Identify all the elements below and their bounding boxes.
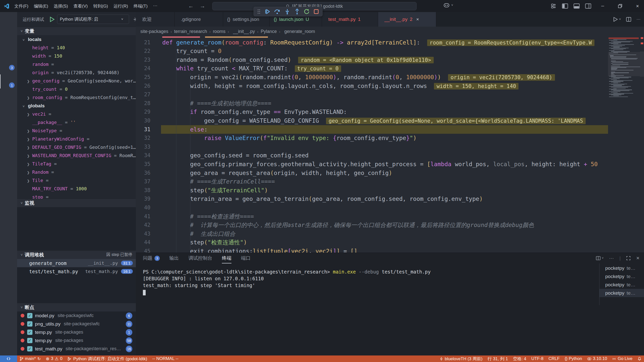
activity-explorer[interactable]	[0, 23, 17, 37]
tab-.gdignore[interactable]: .gdignore	[175, 12, 223, 27]
close-window-button[interactable]: ×	[636, 3, 639, 9]
commit-info[interactable]: blueloveTH (3 周前)	[437, 356, 485, 362]
variable-row[interactable]: ❯TileTag =	[17, 160, 136, 168]
variable-row[interactable]: ❯Random =	[17, 168, 136, 176]
debug-start-icon[interactable]	[49, 16, 55, 22]
eol-sequence[interactable]: CRLF	[546, 356, 562, 361]
cursor-position[interactable]: 行 31, 列 1	[485, 356, 510, 362]
menu-查看(V)[interactable]: 查看(V)	[71, 3, 91, 9]
debug-status[interactable]: Python 调试程序: 启动文件 (godot-ldtk)	[65, 356, 150, 362]
vim-mode[interactable]: -- NORMAL --	[150, 356, 181, 361]
breadcrumb-item[interactable]: __init__.py	[233, 29, 255, 34]
run-python-button[interactable]: ˅	[613, 17, 621, 22]
maximize-panel-icon[interactable]	[626, 256, 631, 260]
restore-button[interactable]	[618, 4, 622, 8]
panel-tab-终端[interactable]: 终端	[222, 253, 231, 263]
stack-frame[interactable]: test/test_math.pytest_math.py16:1	[17, 267, 136, 276]
breadcrumb-item[interactable]: site-packages	[140, 29, 168, 34]
remote-indicator[interactable]	[0, 355, 17, 362]
customize-layout-icon[interactable]	[551, 3, 556, 9]
terminal-instance[interactable]: pocketpyte…	[599, 281, 644, 289]
close-panel-icon[interactable]: ×	[636, 255, 639, 261]
toggle-secondary-sidebar-icon[interactable]	[585, 3, 591, 9]
terminal-instance[interactable]: pocketpyte…	[599, 264, 644, 272]
variable-row[interactable]: ❯room_config = RoomRequestConfig(env_t…	[17, 93, 136, 102]
variable-row[interactable]: random =	[17, 60, 136, 68]
breadcrumb-item[interactable]: rooms	[213, 29, 225, 34]
terminal-output[interactable]: PS C:\computer_science\godot-ldtk\site-p…	[143, 268, 431, 296]
variable-row[interactable]: ❯WASTELAND_ROOM_REQUEST_CONFIG = RoomR…	[17, 151, 136, 160]
section-breakpoints[interactable]: ˅断点	[17, 303, 136, 311]
notifications-bell[interactable]	[635, 357, 644, 361]
breakpoint-row[interactable]: ✓model.pysite-packages\wfc6	[17, 311, 136, 320]
variable-row[interactable]: __package__ = ''	[17, 118, 136, 126]
stop-icon[interactable]	[313, 9, 319, 14]
panel-more-actions[interactable]: ···	[609, 255, 614, 261]
copilot-button[interactable]: ˅	[443, 3, 453, 8]
problems-status[interactable]: ⊗3 ⚠0	[43, 356, 65, 361]
minimap-slider[interactable]	[608, 52, 640, 76]
menu-···[interactable]: ···	[150, 3, 160, 9]
restart-icon[interactable]	[304, 9, 310, 15]
indentation[interactable]: 空格: 4	[510, 356, 529, 362]
activity-testing[interactable]	[0, 129, 17, 143]
variable-row[interactable]: width = 150	[17, 52, 136, 60]
breadcrumb-item[interactable]: Pylance	[261, 29, 277, 34]
close-tab-icon[interactable]: ×	[416, 17, 419, 22]
variable-row[interactable]: ❯DEFAULT_GEO_CONFIG = GeoConfig(seed=1…	[17, 143, 136, 151]
go-live[interactable]: Go Live	[610, 356, 635, 361]
gear-icon[interactable]	[134, 17, 136, 22]
debug-config-dropdown[interactable]: Python 调试程序: 启 ˅	[57, 15, 129, 24]
variable-row[interactable]: ❯vec2i =	[17, 110, 136, 118]
variable-row[interactable]: try_count = 0	[17, 85, 136, 93]
tab-test_math.py[interactable]: test_math.py1	[322, 12, 378, 27]
activity-settings[interactable]	[0, 340, 17, 354]
section-call-stack[interactable]: ˅调用堆栈因 step 已暂停	[17, 250, 136, 259]
variable-row[interactable]: ❯PlanetaryWindConfig =	[17, 135, 136, 143]
stack-frame[interactable]: generate_room__init__.py31:1	[17, 259, 136, 267]
forward-arrow[interactable]: →	[200, 3, 205, 9]
code-editor[interactable]: 2021def generate_room(room_config: RoomR…	[136, 36, 644, 253]
menu-转到(G)[interactable]: 转到(G)	[91, 3, 111, 9]
git-branch[interactable]: main* ↻	[17, 356, 43, 361]
menu-运行(R)[interactable]: 运行(R)	[111, 3, 131, 9]
panel-tab-输出[interactable]: 输出	[169, 253, 179, 263]
step-over-icon[interactable]	[274, 9, 280, 15]
variable-row[interactable]: ❯geo_config = GeoConfig(seed=None, wor…	[17, 77, 136, 85]
language-mode[interactable]: {} Python	[562, 356, 585, 361]
terminal-instance[interactable]: pocketpyte…	[599, 289, 644, 297]
var-group-globals[interactable]: ˅globals	[17, 102, 136, 110]
toggle-sidebar-icon[interactable]	[562, 3, 568, 9]
menu-文件(F)[interactable]: 文件(F)	[12, 3, 31, 9]
variable-row[interactable]: MAX_TRY_COUNT = 1000	[17, 185, 136, 193]
activity-account[interactable]	[0, 321, 17, 335]
continue-icon[interactable]	[264, 9, 270, 15]
terminal-split-button[interactable]: ˅	[596, 256, 603, 261]
var-group-locals[interactable]: ˅locals	[17, 35, 136, 43]
py-env[interactable]: 3.10.10	[585, 356, 610, 361]
panel-tab-问题[interactable]: 问题3	[143, 253, 160, 263]
menu-编辑(E)[interactable]: 编辑(E)	[31, 3, 51, 9]
section-variables[interactable]: ˅变量	[17, 27, 136, 35]
toggle-panel-icon[interactable]	[574, 3, 580, 9]
menu-选择(S)[interactable]: 选择(S)	[51, 3, 71, 9]
variable-row[interactable]: stop =	[17, 193, 136, 199]
activity-search[interactable]	[0, 40, 17, 54]
minimap[interactable]	[608, 36, 640, 253]
variable-row[interactable]: origin = vec2i(7205730, 9024468)	[17, 68, 136, 77]
tab-欢迎[interactable]: 欢迎	[136, 12, 175, 27]
breadcrumb-item[interactable]: terrain_research	[174, 29, 207, 34]
activity-extensions[interactable]	[0, 112, 17, 126]
breadcrumb[interactable]: site-packages›terrain_research›rooms›__i…	[136, 27, 644, 36]
breadcrumb-item[interactable]: generate_room	[284, 29, 315, 34]
section-watch[interactable]: ˅监视	[17, 199, 136, 207]
variable-row[interactable]: height = 140	[17, 43, 136, 52]
variable-row[interactable]: ❯Tile =	[17, 176, 136, 185]
terminal-instance[interactable]: pocketpyte…	[599, 272, 644, 281]
step-into-icon[interactable]	[284, 9, 290, 15]
menu-终端(T)[interactable]: 终端(T)	[131, 3, 150, 9]
activity-remote[interactable]	[0, 95, 17, 109]
panel-tab-调试控制台[interactable]: 调试控制台	[188, 253, 212, 263]
split-editor-icon[interactable]	[626, 17, 631, 22]
breakpoint-row[interactable]: ✓temp.pysite-packages1	[17, 328, 136, 336]
